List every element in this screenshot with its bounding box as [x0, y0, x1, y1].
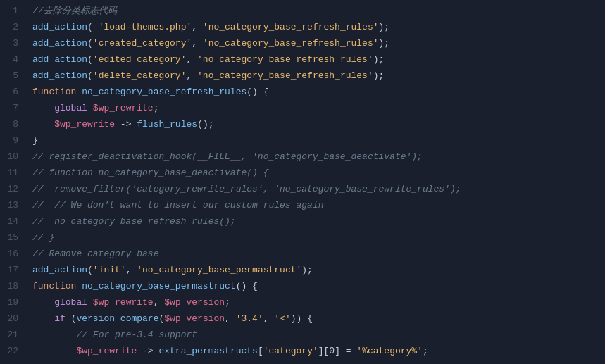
line-content: } — [28, 132, 605, 149]
code-line: 8 $wp_rewrite -> flush_rules(); — [0, 116, 605, 132]
line-content: if (version_compare($wp_version, '3.4', … — [28, 310, 605, 327]
code-editor: 1//去除分类标志代码2add_action( 'load-themes.php… — [0, 0, 605, 364]
code-line: 13// // We don't want to insert our cust… — [0, 197, 605, 213]
line-number: 1 — [0, 3, 28, 19]
code-line: 7 global $wp_rewrite; — [0, 100, 605, 116]
line-content: // function no_category_base_deactivate(… — [28, 165, 605, 181]
line-content: // register_deactivation_hook(__FILE__, … — [28, 149, 605, 165]
code-line: 16// Remove category base — [0, 246, 605, 262]
code-line: 3add_action('created_category', 'no_cate… — [0, 35, 605, 51]
line-number: 11 — [0, 165, 28, 181]
code-line: 12// remove_filter('category_rewrite_rul… — [0, 181, 605, 197]
line-number: 18 — [0, 278, 28, 294]
line-content: // // We don't want to insert our custom… — [28, 197, 605, 213]
line-content: //去除分类标志代码 — [28, 3, 605, 19]
line-number: 19 — [0, 294, 28, 310]
line-number: 15 — [0, 230, 28, 246]
line-number: 4 — [0, 51, 28, 68]
line-number: 16 — [0, 246, 28, 262]
code-line: 6function no_category_base_refresh_rules… — [0, 84, 605, 100]
code-line: 22 $wp_rewrite -> extra_permastructs['ca… — [0, 343, 605, 359]
line-number: 13 — [0, 197, 28, 213]
code-line: 19 global $wp_rewrite, $wp_version; — [0, 294, 605, 310]
line-number: 8 — [0, 116, 28, 132]
line-content: add_action('edited_category', 'no_catego… — [28, 51, 605, 68]
code-line: 15// } — [0, 230, 605, 246]
line-content: // no_category_base_refresh_rules(); — [28, 213, 605, 230]
code-line: 11// function no_category_base_deactivat… — [0, 165, 605, 181]
line-number: 9 — [0, 132, 28, 149]
code-line: 10// register_deactivation_hook(__FILE__… — [0, 149, 605, 165]
line-content: function no_category_base_permastruct() … — [28, 278, 605, 294]
line-content: // For pre-3.4 support — [28, 327, 605, 343]
line-content: $wp_rewrite -> flush_rules(); — [28, 116, 605, 132]
line-number: 6 — [0, 84, 28, 100]
line-number: 22 — [0, 343, 28, 359]
code-line: 2add_action( 'load-themes.php', 'no_cate… — [0, 19, 605, 35]
line-content: add_action('created_category', 'no_categ… — [28, 35, 605, 51]
line-content: global $wp_rewrite; — [28, 100, 605, 116]
code-line: 17add_action('init', 'no_category_base_p… — [0, 262, 605, 278]
line-content: global $wp_rewrite, $wp_version; — [28, 294, 605, 310]
line-number: 7 — [0, 100, 28, 116]
line-number: 5 — [0, 68, 28, 84]
line-content: // remove_filter('category_rewrite_rules… — [28, 181, 605, 197]
code-line: 18function no_category_base_permastruct(… — [0, 278, 605, 294]
line-number: 17 — [0, 262, 28, 278]
line-number: 14 — [0, 213, 28, 230]
code-line: 5add_action('delete_category', 'no_categ… — [0, 68, 605, 84]
line-number: 3 — [0, 35, 28, 51]
line-content: $wp_rewrite -> extra_permastructs['categ… — [28, 343, 605, 359]
line-number: 20 — [0, 310, 28, 327]
line-number: 12 — [0, 181, 28, 197]
line-content: function no_category_base_refresh_rules(… — [28, 84, 605, 100]
code-line: 20 if (version_compare($wp_version, '3.4… — [0, 310, 605, 327]
line-number: 21 — [0, 327, 28, 343]
line-content: add_action( 'load-themes.php', 'no_categ… — [28, 19, 605, 35]
line-number: 2 — [0, 19, 28, 35]
line-content: add_action('init', 'no_category_base_per… — [28, 262, 605, 278]
code-line: 1//去除分类标志代码 — [0, 3, 605, 19]
line-content: // Remove category base — [28, 246, 605, 262]
code-line: 14// no_category_base_refresh_rules(); — [0, 213, 605, 230]
code-line: 9} — [0, 132, 605, 149]
code-line: 4add_action('edited_category', 'no_categ… — [0, 51, 605, 68]
line-number: 10 — [0, 149, 28, 165]
line-content: add_action('delete_category', 'no_catego… — [28, 68, 605, 84]
line-content: // } — [28, 230, 605, 246]
code-line: 21 // For pre-3.4 support — [0, 327, 605, 343]
